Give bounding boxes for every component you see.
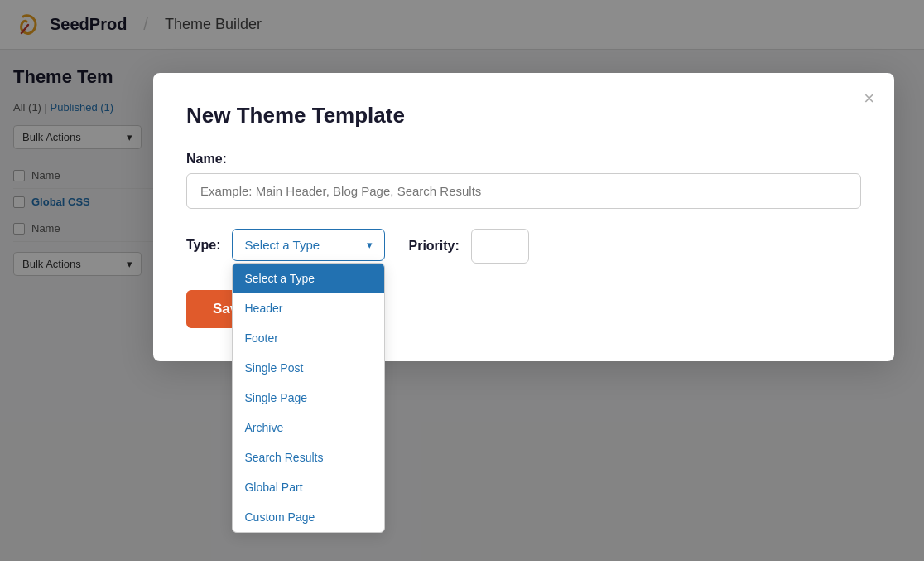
new-theme-template-modal: × New Theme Template Name: Type: Select …	[153, 73, 894, 361]
dropdown-item-footer[interactable]: Footer	[233, 323, 384, 353]
type-label: Type:	[186, 238, 220, 253]
type-select-button[interactable]: Select a Type ▾	[232, 229, 385, 261]
type-select-value: Select a Type	[244, 238, 320, 252]
name-label: Name:	[186, 152, 861, 167]
type-group: Type: Select a Type ▾ Select a Type Head…	[186, 229, 385, 261]
dropdown-item-header[interactable]: Header	[233, 293, 384, 323]
type-dropdown-menu: Select a Type Header Footer Single Post …	[232, 263, 385, 533]
chevron-down-icon-type: ▾	[367, 239, 373, 251]
dropdown-item-search-results[interactable]: Search Results	[233, 443, 384, 472]
dropdown-item-select[interactable]: Select a Type	[233, 264, 384, 293]
dropdown-item-single-post[interactable]: Single Post	[233, 353, 384, 383]
dropdown-item-single-page[interactable]: Single Page	[233, 383, 384, 413]
priority-label: Priority:	[408, 239, 459, 254]
type-select-wrapper: Select a Type ▾ Select a Type Header Foo…	[232, 229, 385, 261]
modal-title: New Theme Template	[186, 103, 861, 128]
dropdown-item-global-part[interactable]: Global Part	[233, 472, 384, 502]
dropdown-item-archive[interactable]: Archive	[233, 413, 384, 443]
dropdown-item-custom-page[interactable]: Custom Page	[233, 502, 384, 532]
priority-input[interactable]	[471, 229, 529, 264]
name-form-group: Name:	[186, 152, 861, 209]
modal-close-button[interactable]: ×	[860, 86, 878, 111]
priority-group: Priority:	[408, 229, 528, 264]
type-priority-row: Type: Select a Type ▾ Select a Type Head…	[186, 229, 861, 264]
name-input[interactable]	[186, 173, 861, 209]
